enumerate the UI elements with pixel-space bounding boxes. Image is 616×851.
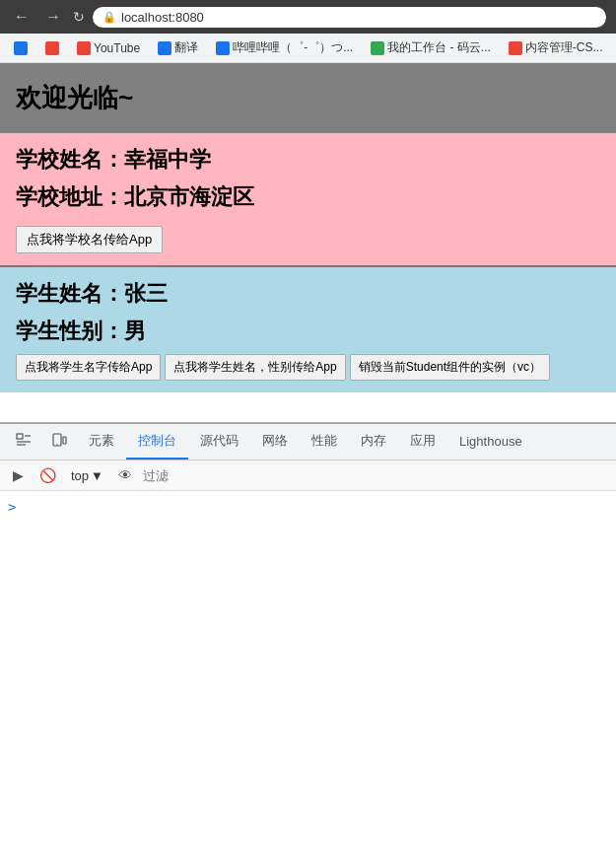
translate-icon bbox=[158, 41, 171, 55]
devtools-panel: 元素 控制台 源代码 网络 性能 内存 应用 Lighthouse ▶ 🚫 to… bbox=[0, 422, 616, 609]
bookmark-gitee-label: 我的工作台 - 码云... bbox=[387, 39, 491, 56]
school-section: 学校姓名：幸福中学 学校地址：北京市海淀区 点我将学校名传给App bbox=[0, 133, 616, 265]
bookmark-bilibili-label: 哔哩哔哩（゜-゜）つ... bbox=[233, 39, 353, 56]
forward-button[interactable]: → bbox=[41, 6, 65, 28]
student-section: 学生姓名：张三 学生性别：男 点我将学生名字传给App 点我将学生姓名，性别传给… bbox=[0, 265, 616, 392]
student-buttons: 点我将学生名字传给App 点我将学生姓名，性别传给App 销毁当前Student… bbox=[16, 354, 600, 381]
tab-sources[interactable]: 源代码 bbox=[188, 424, 250, 460]
tab-lighthouse[interactable]: Lighthouse bbox=[447, 426, 534, 459]
bookmark-2[interactable] bbox=[39, 39, 65, 57]
bookmarks-bar: YouTube 翻译 哔哩哔哩（゜-゜）つ... 我的工作台 - 码云... 内… bbox=[0, 34, 616, 63]
bookmark-translate-label: 翻译 bbox=[174, 39, 198, 56]
tab-elements[interactable]: 元素 bbox=[77, 424, 126, 460]
page-content: 欢迎光临~ 学校姓名：幸福中学 学校地址：北京市海淀区 点我将学校名传给App … bbox=[0, 63, 616, 392]
cms-icon bbox=[509, 41, 522, 55]
bookmark-translate[interactable]: 翻译 bbox=[152, 37, 204, 58]
tab-console[interactable]: 控制台 bbox=[126, 424, 188, 460]
gitee-icon bbox=[371, 41, 384, 55]
svg-point-6 bbox=[56, 444, 57, 445]
bookmark-icon-apps bbox=[14, 41, 28, 55]
bookmark-apps[interactable] bbox=[8, 39, 34, 57]
dropdown-arrow: ▼ bbox=[91, 468, 103, 483]
bookmark-youtube[interactable]: YouTube bbox=[71, 39, 146, 57]
student-btn-name[interactable]: 点我将学生名字传给App bbox=[16, 354, 161, 381]
school-address: 学校地址：北京市海淀区 bbox=[16, 182, 600, 212]
welcome-header: 欢迎光临~ bbox=[0, 63, 616, 133]
bilibili-icon bbox=[216, 41, 230, 55]
welcome-text: 欢迎光临~ bbox=[16, 83, 133, 112]
console-block-icon[interactable]: 🚫 bbox=[34, 464, 61, 486]
school-name: 学校姓名：幸福中学 bbox=[16, 145, 600, 175]
back-button[interactable]: ← bbox=[10, 6, 34, 28]
tab-application[interactable]: 应用 bbox=[398, 424, 447, 460]
refresh-button[interactable]: ↻ bbox=[73, 9, 85, 25]
svg-rect-4 bbox=[53, 434, 61, 446]
bookmark-cms[interactable]: 内容管理-CS... bbox=[503, 37, 609, 58]
filter-input[interactable] bbox=[143, 468, 261, 483]
tab-network[interactable]: 网络 bbox=[250, 424, 300, 460]
student-gender: 学生性别：男 bbox=[16, 317, 600, 346]
inspect-element-icon[interactable] bbox=[6, 425, 41, 460]
devtools-tabs: 元素 控制台 源代码 网络 性能 内存 应用 Lighthouse bbox=[0, 424, 616, 461]
youtube-icon bbox=[77, 41, 91, 55]
school-btn[interactable]: 点我将学校名传给App bbox=[16, 226, 163, 253]
url-text: localhost:8080 bbox=[121, 10, 204, 25]
context-selector[interactable]: top ▼ bbox=[67, 466, 107, 485]
devtools-toolbar: ▶ 🚫 top ▼ 👁 bbox=[0, 461, 616, 491]
svg-rect-0 bbox=[17, 434, 23, 439]
console-play-icon[interactable]: ▶ bbox=[8, 464, 29, 486]
browser-chrome: ← → ↻ 🔒 localhost:8080 bbox=[0, 0, 616, 34]
eye-icon[interactable]: 👁 bbox=[113, 464, 137, 486]
console-prompt: > bbox=[8, 495, 608, 519]
student-btn-name-gender[interactable]: 点我将学生姓名，性别传给App bbox=[165, 354, 345, 381]
devtools-console: > bbox=[0, 491, 616, 609]
bookmark-icon-2 bbox=[45, 41, 59, 55]
bookmark-cms-label: 内容管理-CS... bbox=[525, 39, 603, 56]
student-name: 学生姓名：张三 bbox=[16, 279, 600, 309]
tab-memory[interactable]: 内存 bbox=[349, 424, 398, 460]
tab-performance[interactable]: 性能 bbox=[300, 424, 349, 460]
bookmark-gitee[interactable]: 我的工作台 - 码云... bbox=[365, 37, 497, 58]
bookmark-youtube-label: YouTube bbox=[94, 41, 140, 55]
student-btn-destroy[interactable]: 销毁当前Student组件的实例（vc） bbox=[350, 354, 550, 381]
svg-rect-5 bbox=[63, 437, 66, 444]
bookmark-bilibili[interactable]: 哔哩哔哩（゜-゜）つ... bbox=[210, 37, 359, 58]
address-bar[interactable]: 🔒 localhost:8080 bbox=[93, 7, 606, 28]
lock-icon: 🔒 bbox=[103, 11, 116, 24]
device-toolbar-icon[interactable] bbox=[41, 425, 77, 460]
top-label: top bbox=[71, 468, 89, 483]
